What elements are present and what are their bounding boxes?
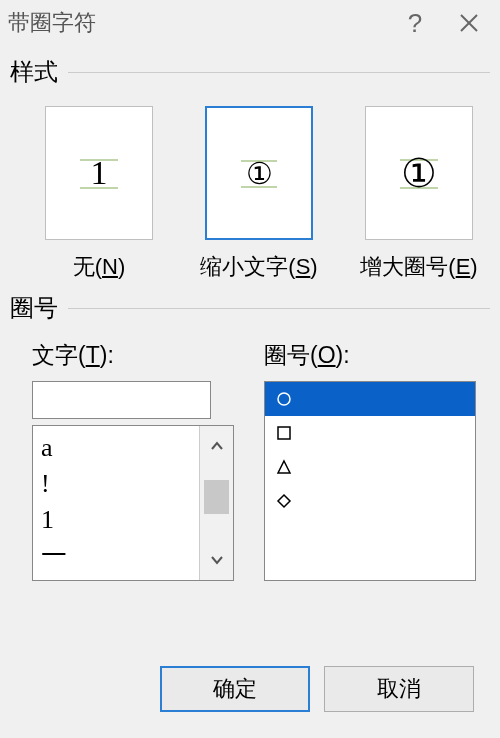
- circle-icon: [273, 388, 295, 410]
- style-shrink-label: 缩小文字(S): [194, 252, 324, 282]
- cancel-button[interactable]: 取消: [324, 666, 474, 712]
- style-option-shrink[interactable]: ① 缩小文字(S): [194, 106, 324, 282]
- text-input[interactable]: [32, 381, 211, 419]
- shape-option-diamond[interactable]: [265, 484, 475, 518]
- style-options: 1 无(N) ① 缩小文字(S) ① 增大圈号(E): [0, 96, 500, 282]
- style-enlarge-glyph: ①: [401, 150, 437, 197]
- square-icon: [273, 422, 295, 444]
- close-button[interactable]: [442, 3, 496, 43]
- list-item[interactable]: 一: [41, 538, 191, 574]
- style-none-glyph: 1: [91, 154, 108, 192]
- text-list[interactable]: a ! 1 一: [32, 425, 234, 581]
- shape-column: 圈号(O):: [264, 340, 476, 581]
- divider: [68, 308, 490, 309]
- style-shrink-glyph: ①: [246, 156, 273, 191]
- ok-button[interactable]: 确定: [160, 666, 310, 712]
- list-item[interactable]: a: [41, 430, 191, 466]
- list-item[interactable]: !: [41, 466, 191, 502]
- shape-option-square[interactable]: [265, 416, 475, 450]
- shape-option-triangle[interactable]: [265, 450, 475, 484]
- style-option-enlarge[interactable]: ① 增大圈号(E): [354, 106, 484, 282]
- scrollbar[interactable]: [199, 426, 233, 580]
- scroll-track[interactable]: [200, 466, 233, 540]
- title-bar: 带圈字符 ?: [0, 0, 500, 46]
- help-button[interactable]: ?: [388, 3, 442, 43]
- shape-list[interactable]: [264, 381, 476, 581]
- scroll-up-icon[interactable]: [200, 426, 233, 466]
- style-section-header: 样式: [0, 56, 500, 88]
- shape-option-circle[interactable]: [265, 382, 475, 416]
- scroll-down-icon[interactable]: [200, 540, 233, 580]
- divider: [68, 72, 490, 73]
- svg-marker-5: [278, 495, 290, 507]
- svg-point-2: [278, 393, 290, 405]
- dialog-buttons: 确定 取消: [160, 666, 474, 712]
- style-enlarge-label: 增大圈号(E): [354, 252, 484, 282]
- enclosure-section-header: 圈号: [0, 292, 500, 324]
- dialog-title: 带圈字符: [8, 8, 388, 38]
- enclosure-section-label: 圈号: [10, 292, 58, 324]
- list-item[interactable]: 1: [41, 502, 191, 538]
- style-section-label: 样式: [10, 56, 58, 88]
- scroll-thumb[interactable]: [204, 480, 229, 514]
- shape-column-label: 圈号(O):: [264, 340, 476, 371]
- style-option-none[interactable]: 1 无(N): [34, 106, 164, 282]
- text-column: 文字(T): a ! 1 一: [32, 340, 240, 581]
- triangle-icon: [273, 456, 295, 478]
- svg-marker-4: [278, 461, 290, 473]
- style-none-label: 无(N): [34, 252, 164, 282]
- diamond-icon: [273, 490, 295, 512]
- svg-rect-3: [278, 427, 290, 439]
- text-column-label: 文字(T):: [32, 340, 240, 371]
